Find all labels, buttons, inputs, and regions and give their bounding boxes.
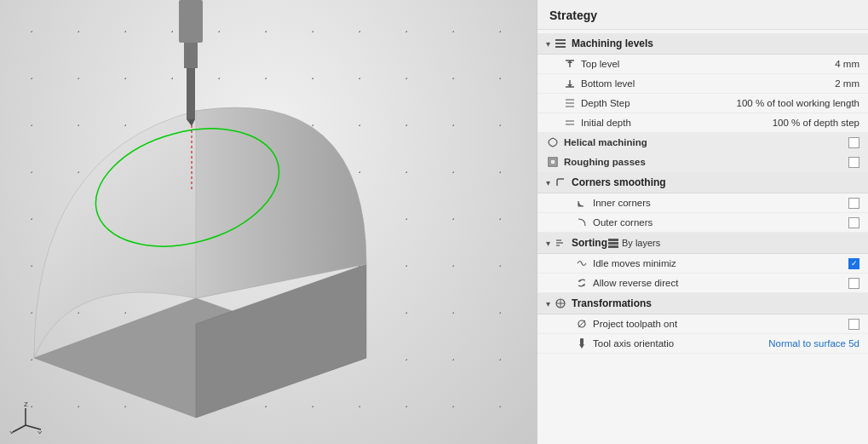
- svg-rect-27: [550, 159, 555, 164]
- svg-text:Y: Y: [37, 430, 43, 434]
- outer-corners-label: Outer corners: [593, 217, 848, 228]
- top-level-icon: [563, 57, 577, 71]
- helical-machining-row[interactable]: Helical machining: [537, 133, 868, 153]
- svg-rect-33: [608, 245, 618, 248]
- depth-step-value: 100 % of tool working length: [737, 98, 859, 108]
- project-toolpath-label: Project toolpath ont: [593, 319, 848, 329]
- initial-depth-row[interactable]: Initial depth 100 % of depth step: [537, 113, 868, 133]
- machining-levels-icon: [554, 37, 567, 50]
- tool-axis-icon: [575, 337, 589, 350]
- idle-moves-icon: [575, 257, 589, 270]
- machining-levels-header[interactable]: ▾ Machining levels: [537, 33, 868, 55]
- svg-marker-42: [579, 344, 584, 349]
- depth-step-icon: [563, 96, 577, 110]
- svg-rect-4: [187, 68, 195, 119]
- helical-machining-label: Helical machining: [564, 137, 848, 147]
- roughing-passes-checkbox[interactable]: [848, 157, 859, 168]
- bottom-level-row[interactable]: Bottom level 2 mm: [537, 74, 868, 94]
- machining-levels-chevron: ▾: [546, 39, 550, 49]
- top-level-row[interactable]: Top level 4 mm: [537, 55, 868, 74]
- svg-rect-13: [555, 43, 566, 44]
- bottom-level-label: Bottom level: [581, 78, 828, 89]
- idle-moves-row[interactable]: Idle moves minimiz: [537, 254, 868, 274]
- top-level-label: Top level: [581, 59, 828, 69]
- depth-step-row[interactable]: Depth Step 100 % of tool working length: [537, 94, 868, 113]
- roughing-passes-label: Roughing passes: [564, 157, 848, 167]
- roughing-passes-icon: [546, 155, 560, 169]
- initial-depth-value: 100 % of depth step: [773, 118, 859, 128]
- bottom-level-icon: [563, 77, 577, 90]
- machining-levels-label: Machining levels: [572, 37, 653, 49]
- sorting-icon: [554, 236, 567, 250]
- svg-rect-3: [184, 43, 198, 68]
- transformations-icon: [554, 297, 567, 310]
- svg-rect-32: [608, 242, 618, 245]
- corners-smoothing-icon: [554, 176, 567, 189]
- sorting-chevron: ▾: [546, 239, 550, 248]
- svg-rect-14: [555, 46, 566, 48]
- inner-corners-label: Inner corners: [593, 198, 848, 208]
- transformations-header[interactable]: ▾ Transformations: [537, 293, 868, 314]
- idle-moves-label: Idle moves minimiz: [593, 258, 848, 268]
- inner-corners-row[interactable]: Inner corners: [537, 193, 868, 213]
- tool-axis-label: Tool axis orientatio: [593, 338, 762, 349]
- helical-machining-icon: [546, 136, 560, 149]
- allow-reverse-label: Allow reverse direct: [593, 278, 848, 288]
- strategy-content[interactable]: ▾ Machining levels Top level 4 mm Bottom…: [537, 30, 868, 444]
- project-toolpath-checkbox[interactable]: [848, 319, 859, 330]
- svg-text:X: X: [9, 430, 14, 434]
- viewport: Z X Y: [0, 0, 537, 444]
- outer-corners-checkbox[interactable]: [848, 217, 859, 228]
- outer-corners-icon: [575, 216, 589, 229]
- strategy-title: Strategy: [537, 0, 868, 30]
- transformations-label: Transformations: [572, 297, 652, 309]
- helical-machining-checkbox[interactable]: [848, 137, 859, 148]
- tool-axis-value[interactable]: Normal to surface 5d: [768, 338, 859, 349]
- sorting-value-badge: By layers: [607, 237, 660, 249]
- outer-corners-row[interactable]: Outer corners: [537, 213, 868, 233]
- roughing-passes-row[interactable]: Roughing passes: [537, 153, 868, 172]
- svg-rect-2: [179, 0, 203, 43]
- initial-depth-label: Initial depth: [581, 118, 766, 128]
- project-toolpath-icon: [575, 317, 589, 331]
- 3d-scene-svg: [0, 0, 537, 444]
- corners-smoothing-header[interactable]: ▾ Corners smoothing: [537, 172, 868, 193]
- svg-text:Z: Z: [24, 401, 28, 408]
- svg-rect-31: [608, 239, 618, 241]
- inner-corners-checkbox[interactable]: [848, 198, 859, 209]
- allow-reverse-icon: [575, 276, 589, 290]
- depth-step-label: Depth Step: [581, 98, 730, 108]
- svg-rect-12: [555, 39, 566, 41]
- tool-axis-row[interactable]: Tool axis orientatio Normal to surface 5…: [537, 334, 868, 354]
- top-level-value: 4 mm: [835, 59, 859, 69]
- allow-reverse-row[interactable]: Allow reverse direct: [537, 274, 868, 293]
- sorting-value: By layers: [622, 238, 660, 248]
- transformations-chevron: ▾: [546, 299, 550, 308]
- axis-indicator: Z X Y: [9, 400, 43, 435]
- initial-depth-icon: [563, 116, 577, 130]
- bottom-level-value: 2 mm: [835, 78, 859, 89]
- svg-line-7: [13, 425, 26, 432]
- inner-corners-icon: [575, 196, 589, 210]
- corners-smoothing-label: Corners smoothing: [572, 176, 666, 188]
- idle-moves-checkbox[interactable]: [848, 258, 859, 269]
- project-toolpath-row[interactable]: Project toolpath ont: [537, 314, 868, 334]
- allow-reverse-checkbox[interactable]: [848, 278, 859, 289]
- svg-rect-41: [580, 338, 583, 344]
- sorting-header[interactable]: ▾ Sorting By layers: [537, 233, 868, 254]
- sorting-label: Sorting: [572, 237, 607, 249]
- corners-smoothing-chevron: ▾: [546, 178, 550, 187]
- strategy-panel: Strategy ▾ Machining levels Top level 4 …: [537, 0, 868, 444]
